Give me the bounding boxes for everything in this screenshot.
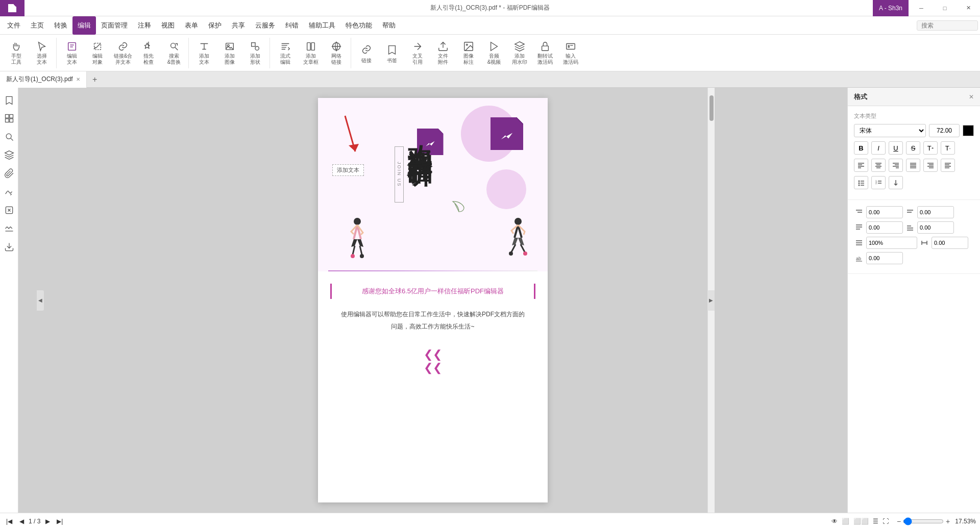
input-code-button[interactable]: 输入激活码 <box>558 39 583 67</box>
sidebar-item-signature[interactable] <box>1 184 17 200</box>
sidebar-item-thumbnail[interactable] <box>1 110 17 127</box>
menu-comment[interactable]: 注释 <box>133 16 156 35</box>
add-text-placeholder[interactable]: 添加文本 <box>332 164 364 176</box>
activate-button[interactable]: 翻转试激活码 <box>533 39 557 67</box>
double-page-icon[interactable]: ⬜⬜ <box>853 518 869 525</box>
sidebar-item-find[interactable] <box>1 129 17 145</box>
content-area[interactable]: ◀ ▶ 添加文本 <box>18 88 847 513</box>
continuous-icon[interactable]: ☰ <box>873 518 878 525</box>
watermark-button[interactable]: 添加用水印 <box>507 39 532 67</box>
bold-button[interactable]: B <box>854 141 868 155</box>
file-attach-button[interactable]: 文件附件 <box>431 39 455 67</box>
align-right-button[interactable] <box>889 159 903 172</box>
align-left-button[interactable] <box>854 159 868 172</box>
menu-share[interactable]: 共享 <box>227 16 250 35</box>
menu-convert[interactable]: 转换 <box>49 16 72 35</box>
menu-view[interactable]: 视图 <box>156 16 180 35</box>
hand-tool-button[interactable]: 手型工具 <box>4 39 29 67</box>
sidebar-item-layers[interactable] <box>1 147 17 163</box>
collapse-right-button[interactable]: ▶ <box>707 290 715 311</box>
close-button[interactable]: ✕ <box>957 0 980 16</box>
link-button[interactable]: 链接 <box>354 39 379 67</box>
tab-close-button[interactable]: ✕ <box>76 77 80 82</box>
baseline-row: ab <box>854 252 974 264</box>
menu-ocr[interactable]: 纠错 <box>280 16 304 35</box>
menu-edit[interactable]: 编辑 <box>72 16 96 35</box>
sidebar-item-export[interactable] <box>1 239 17 255</box>
bookmark-button[interactable]: 书签 <box>380 39 404 67</box>
indent-left-input[interactable] <box>866 206 903 218</box>
collapse-left-button[interactable]: ◀ <box>37 290 44 311</box>
audio-video-button[interactable]: 音频&视频 <box>482 39 506 67</box>
link-merge-button[interactable]: 链接&合并文本 <box>111 39 135 67</box>
add-image-button[interactable]: 添加图像 <box>217 39 242 67</box>
sidebar-item-bookmark[interactable] <box>1 92 17 108</box>
align-justify-button[interactable] <box>906 159 920 172</box>
zoom-out-button[interactable]: − <box>897 517 901 525</box>
tab-add-button[interactable]: + <box>87 71 103 88</box>
edit-text-button[interactable]: 编辑文本 <box>60 39 84 67</box>
menu-file[interactable]: 文件 <box>2 16 26 35</box>
last-page-button[interactable]: ▶| <box>55 516 65 526</box>
maximize-button[interactable]: □ <box>933 0 957 16</box>
full-screen-icon[interactable]: ⛶ <box>883 518 889 525</box>
sidebar-item-measure[interactable] <box>1 220 17 237</box>
menu-help[interactable]: 帮助 <box>377 16 401 35</box>
edit-object-button[interactable]: 编辑对象 <box>85 39 110 67</box>
search-input[interactable] <box>921 22 962 29</box>
zoom-in-button[interactable]: + <box>946 517 950 525</box>
strikethrough-button[interactable]: S <box>906 141 920 155</box>
prev-page-button[interactable]: ◀ <box>16 516 27 526</box>
close-panel-button[interactable]: ✕ <box>969 93 974 100</box>
web-link-button[interactable]: 网络链接 <box>324 39 349 67</box>
zoom-slider[interactable] <box>903 517 944 525</box>
align-indent-right-button[interactable] <box>941 159 955 172</box>
line-height-input[interactable] <box>866 237 917 249</box>
color-swatch[interactable] <box>963 125 974 136</box>
list-number-button[interactable]: 1.2. <box>871 176 886 189</box>
char-spacing-input[interactable] <box>932 237 968 249</box>
space-after-input[interactable] <box>917 221 954 234</box>
menu-tools[interactable]: 辅助工具 <box>304 16 340 35</box>
superscript-button[interactable]: T+ <box>923 141 938 155</box>
add-shape-button[interactable]: 添加形状 <box>243 39 267 67</box>
next-page-button[interactable]: ▶ <box>42 516 53 526</box>
space-before-input[interactable] <box>866 221 903 234</box>
text-direction-button[interactable] <box>889 176 903 189</box>
align-indent-left-button[interactable] <box>923 159 938 172</box>
select-text-button[interactable]: 选择文本 <box>30 39 54 67</box>
article-box-button[interactable]: 添加文章框 <box>299 39 323 67</box>
list-bullet-button[interactable] <box>854 176 868 189</box>
minimize-button[interactable]: ─ <box>910 0 933 16</box>
cross-ref-button[interactable]: 文叉引用 <box>405 39 430 67</box>
menu-page-manage[interactable]: 页面管理 <box>96 16 133 35</box>
add-text-button[interactable]: 添加文本 <box>192 39 216 67</box>
sidebar-item-attachment[interactable] <box>1 165 17 182</box>
sidebar-item-action[interactable] <box>1 202 17 218</box>
menu-home[interactable]: 主页 <box>26 16 49 35</box>
image-mark-button[interactable]: 图像标注 <box>456 39 481 67</box>
line-height-icon <box>854 239 864 247</box>
italic-button[interactable]: I <box>871 141 886 155</box>
search-replace-button[interactable]: 搜索&普换 <box>162 39 186 67</box>
flow-edit-button[interactable]: 流式编辑 <box>273 39 298 67</box>
indent-right-input[interactable] <box>917 206 954 218</box>
font-size-input[interactable] <box>929 124 960 137</box>
first-page-button[interactable]: |◀ <box>4 516 14 526</box>
baseline-input[interactable] <box>866 252 903 264</box>
font-name-select[interactable]: 宋体 <box>854 124 926 137</box>
align-center-button[interactable] <box>871 159 886 172</box>
view-mode-icon[interactable]: 👁 <box>831 518 838 525</box>
menu-protect[interactable]: 保护 <box>203 16 227 35</box>
tab-document[interactable]: 新人引导(1)_OCR(3).pdf ✕ <box>0 71 87 88</box>
menu-form[interactable]: 表单 <box>180 16 203 35</box>
menu-special[interactable]: 特色功能 <box>340 16 377 35</box>
single-page-icon[interactable]: ⬜ <box>842 518 849 525</box>
scroll-thumb[interactable] <box>709 95 714 121</box>
finger-check-button[interactable]: 指先检查 <box>136 39 161 67</box>
menu-cloud[interactable]: 云服务 <box>250 16 280 35</box>
search-box[interactable] <box>917 20 978 31</box>
subscript-button[interactable]: T- <box>941 141 955 155</box>
underline-button[interactable]: U <box>889 141 903 155</box>
user-button[interactable]: A - Sh3n <box>873 0 909 16</box>
